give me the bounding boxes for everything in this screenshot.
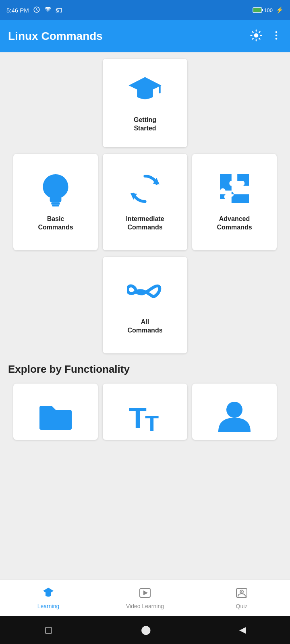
svg-rect-1 [253,8,261,12]
svg-marker-7 [129,77,162,94]
system-home-btn[interactable]: ⬤ [141,625,151,635]
video-nav-icon [139,587,151,601]
row-all-commands: AllCommands [6,257,284,353]
svg-point-16 [226,402,242,418]
card-user[interactable] [192,384,277,440]
nav-item-video-learning[interactable]: Video Learning [97,587,193,609]
brightness-icon[interactable] [250,29,263,43]
explore-section-title: Explore by Functionality [8,363,284,376]
svg-point-4 [276,31,278,33]
system-back-btn[interactable]: ◀ [239,625,246,635]
svg-rect-2 [262,9,263,11]
text-format-icon: T T [127,400,163,433]
card-intermediate-label: IntermediateCommands [126,215,164,232]
system-nav: ▢ ⬤ ◀ [0,616,290,644]
lightbulb-icon [37,171,74,207]
status-bar: 5:46 PM 100 ⚡ [0,0,290,20]
card-advanced-label: AdvancedCommands [217,215,252,232]
charging-icon: ⚡ [276,6,284,14]
svg-rect-8 [159,85,161,93]
alarm-icon [33,6,40,14]
app-bar-actions [250,29,282,43]
status-right: 100 ⚡ [253,6,284,14]
svg-rect-9 [51,202,60,204]
card-advanced-commands[interactable]: AdvancedCommands [192,154,277,250]
explore-cards-row: T T [6,384,284,440]
nav-item-learning[interactable]: Learning [0,587,97,609]
cast-icon [56,6,63,14]
battery-icon: 100 [253,7,273,13]
status-left: 5:46 PM [6,6,63,14]
card-getting-started[interactable]: GettingStarted [103,59,187,147]
system-square-btn[interactable]: ▢ [44,625,53,635]
svg-marker-19 [143,590,148,595]
nav-label-video-learning: Video Learning [126,603,164,609]
svg-text:T: T [129,402,147,432]
app-title: Linux Commands [8,30,103,43]
user-icon [216,400,253,433]
row-getting-started: GettingStarted [6,59,284,147]
bottom-nav: Learning Video Learning ? Quiz [0,580,290,616]
graduation-cap-icon [127,72,163,108]
infinity-icon [127,274,163,310]
svg-point-3 [254,33,259,38]
svg-text:T: T [145,411,159,432]
card-folder[interactable] [13,384,98,440]
card-all-commands[interactable]: AllCommands [103,257,187,353]
card-intermediate-commands[interactable]: IntermediateCommands [103,154,187,250]
explore-section: Explore by Functionality [6,360,284,377]
card-basic-commands[interactable]: BasicCommands [13,154,98,250]
svg-point-6 [276,38,278,40]
nav-item-quiz[interactable]: ? Quiz [193,587,290,609]
folder-icon [37,400,74,433]
puzzle-icon [216,171,253,207]
row-commands: BasicCommands IntermediateCommands [6,154,284,250]
nav-label-quiz: Quiz [236,603,248,609]
card-text[interactable]: T T [103,384,187,440]
card-getting-started-label: GettingStarted [134,116,156,133]
learning-nav-icon [42,587,54,601]
nav-label-learning: Learning [37,603,60,609]
svg-marker-17 [43,588,54,594]
status-time: 5:46 PM [6,7,29,14]
quiz-nav-icon: ? [236,587,248,601]
battery-level: 100 [264,7,273,13]
app-bar: Linux Commands [0,20,290,52]
card-basic-label: BasicCommands [38,215,73,232]
more-vert-icon[interactable] [271,30,282,43]
main-content: GettingStarted BasicCommands [0,52,290,580]
wifi-icon [44,6,52,14]
svg-rect-13 [39,412,72,430]
sync-icon [127,171,163,207]
svg-rect-10 [52,205,59,206]
card-all-commands-label: AllCommands [127,318,162,335]
svg-point-5 [276,35,278,37]
